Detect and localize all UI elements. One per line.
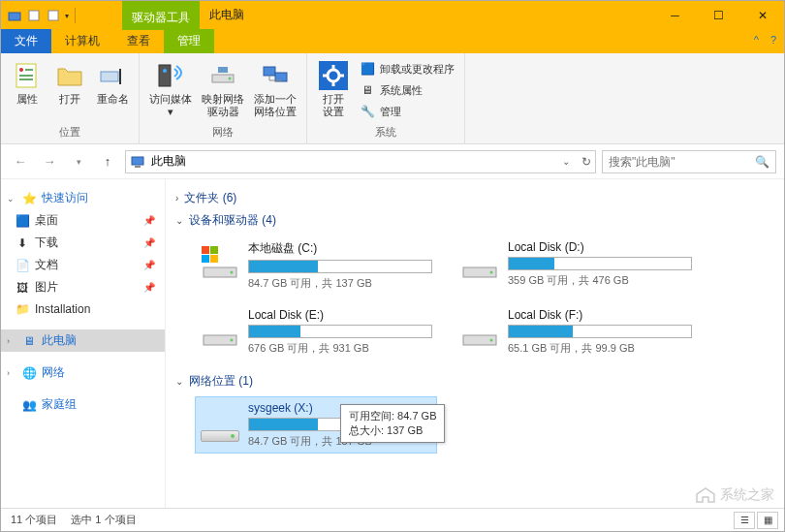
svg-point-11	[163, 69, 167, 73]
drive-item[interactable]: Local Disk (F:) 65.1 GB 可用，共 99.9 GB	[455, 303, 697, 360]
drive-icon	[459, 240, 500, 281]
watermark: 系统之家	[695, 486, 774, 504]
content-pane: ›文件夹 (6) ⌄设备和驱动器 (4) 本地磁盘 (C:) 84.7 GB 可…	[166, 179, 784, 509]
map-drive-button[interactable]: 映射网络 驱动器	[198, 57, 248, 123]
manage-button[interactable]: 🔧管理	[356, 102, 458, 121]
nav-downloads[interactable]: ⬇下载📌	[1, 232, 165, 254]
minimize-button[interactable]: ─	[653, 1, 697, 30]
refresh-button[interactable]: ↻	[581, 155, 591, 169]
breadcrumb-segment[interactable]: 此电脑	[151, 153, 186, 170]
rename-button[interactable]: 重命名	[92, 57, 133, 123]
pin-icon: 📌	[143, 282, 155, 293]
drive-icon	[200, 240, 240, 281]
drive-item[interactable]: 本地磁盘 (C:) 84.7 GB 可用，共 137 GB	[195, 235, 437, 296]
svg-rect-1	[29, 11, 39, 20]
nav-recent-dropdown[interactable]: ▾	[67, 150, 90, 173]
section-devices[interactable]: ⌄设备和驱动器 (4)	[175, 209, 774, 232]
svg-rect-23	[132, 157, 143, 165]
svg-rect-15	[264, 67, 275, 76]
app-icon	[7, 8, 22, 23]
nav-homegroup[interactable]: 👥家庭组	[1, 393, 165, 416]
section-folders[interactable]: ›文件夹 (6)	[175, 187, 774, 209]
view-tiles-button[interactable]: ▦	[757, 512, 778, 529]
nav-documents[interactable]: 📄文档📌	[1, 254, 165, 276]
svg-point-32	[490, 271, 493, 274]
drive-icon	[200, 308, 240, 349]
chevron-down-icon: ⌄	[175, 376, 183, 387]
nav-back-button[interactable]: ←	[9, 150, 32, 173]
tab-computer[interactable]: 计算机	[51, 29, 113, 53]
tab-manage[interactable]: 管理	[164, 29, 214, 53]
status-item-count: 11 个项目	[11, 513, 57, 527]
address-input[interactable]: 此电脑 ⌄ ↻	[125, 150, 596, 173]
nav-desktop[interactable]: 🟦桌面📌	[1, 209, 165, 232]
ribbon-group-system: 系统	[313, 123, 458, 143]
documents-icon: 📄	[15, 258, 30, 273]
star-icon: ⭐	[21, 191, 37, 206]
ribbon: 属性 打开 重命名 位置 访问媒体▾ 映射网络 驱动器	[1, 53, 784, 144]
nav-this-pc[interactable]: ›🖥此电脑	[1, 329, 165, 352]
nav-pictures[interactable]: 🖼图片📌	[1, 276, 165, 298]
section-network-locations[interactable]: ⌄网络位置 (1)	[175, 370, 774, 392]
svg-rect-28	[210, 246, 218, 254]
svg-rect-7	[19, 78, 33, 80]
network-icon: 🌐	[21, 365, 37, 381]
navigation-pane: ⌄⭐快速访问 🟦桌面📌 ⬇下载📌 📄文档📌 🖼图片📌 📁Installation…	[1, 179, 166, 509]
svg-point-26	[231, 271, 234, 274]
qat-properties-icon[interactable]	[26, 8, 42, 23]
svg-rect-27	[202, 246, 209, 254]
open-button[interactable]: 打开	[49, 57, 90, 123]
contextual-tab-label: 驱动器工具	[122, 1, 200, 30]
view-details-button[interactable]: ☰	[734, 512, 755, 529]
nav-installation[interactable]: 📁Installation	[1, 298, 165, 320]
drive-item[interactable]: Local Disk (D:) 359 GB 可用，共 476 GB	[455, 235, 697, 296]
maximize-button[interactable]: ☐	[697, 1, 740, 30]
address-dropdown-icon[interactable]: ⌄	[562, 156, 570, 167]
settings-gear-icon	[318, 60, 349, 91]
access-media-button[interactable]: 访问媒体▾	[145, 57, 196, 123]
chevron-down-icon: ⌄	[175, 215, 183, 226]
search-input[interactable]	[609, 155, 755, 169]
svg-rect-14	[218, 67, 228, 73]
tab-view[interactable]: 查看	[113, 29, 164, 53]
svg-rect-10	[159, 65, 171, 86]
ribbon-tabs: 文件 计算机 查看 管理 ^ ?	[1, 30, 784, 53]
svg-rect-0	[9, 13, 20, 20]
close-button[interactable]: ✕	[740, 1, 784, 30]
open-settings-button[interactable]: 打开 设置	[313, 57, 354, 123]
system-properties-button[interactable]: 🖥系统属性	[356, 80, 458, 100]
media-server-icon	[155, 60, 186, 91]
ribbon-collapse-icon[interactable]: ^	[754, 34, 759, 46]
manage-icon: 🔧	[360, 104, 375, 119]
svg-rect-9	[119, 69, 121, 84]
open-folder-icon	[54, 60, 85, 91]
nav-up-button[interactable]: ↑	[96, 150, 119, 173]
svg-point-13	[229, 78, 232, 80]
drive-item[interactable]: Local Disk (E:) 676 GB 可用，共 931 GB	[195, 303, 437, 360]
properties-button[interactable]: 属性	[7, 57, 47, 123]
pictures-icon: 🖼	[15, 280, 30, 296]
system-props-icon: 🖥	[360, 82, 375, 98]
tab-file[interactable]: 文件	[1, 29, 51, 53]
ribbon-group-network: 网络	[145, 123, 300, 143]
search-icon[interactable]: 🔍	[755, 155, 769, 169]
network-drive-icon	[200, 401, 240, 442]
add-network-location-button[interactable]: 添加一个 网络位置	[250, 57, 300, 123]
search-box[interactable]: 🔍	[602, 150, 776, 173]
uninstall-programs-button[interactable]: 🟦卸载或更改程序	[356, 59, 458, 78]
address-bar: ← → ▾ ↑ 此电脑 ⌄ ↻ 🔍	[1, 144, 784, 179]
nav-network[interactable]: ›🌐网络	[1, 361, 165, 384]
this-pc-icon	[130, 154, 145, 170]
help-icon[interactable]: ?	[770, 34, 776, 46]
status-bar: 11 个项目 选中 1 个项目 ☰ ▦	[1, 508, 784, 531]
map-drive-icon	[207, 60, 238, 91]
qat-dropdown-icon[interactable]: ▾	[65, 12, 69, 20]
folder-icon: 📁	[15, 301, 30, 317]
drive-icon	[459, 308, 500, 349]
svg-rect-6	[19, 75, 33, 77]
qat-undo-icon[interactable]	[46, 8, 61, 23]
pin-icon: 📌	[143, 215, 155, 226]
nav-quick-access[interactable]: ⌄⭐快速访问	[1, 187, 165, 209]
ribbon-group-location: 位置	[7, 123, 133, 143]
svg-rect-30	[210, 255, 218, 263]
